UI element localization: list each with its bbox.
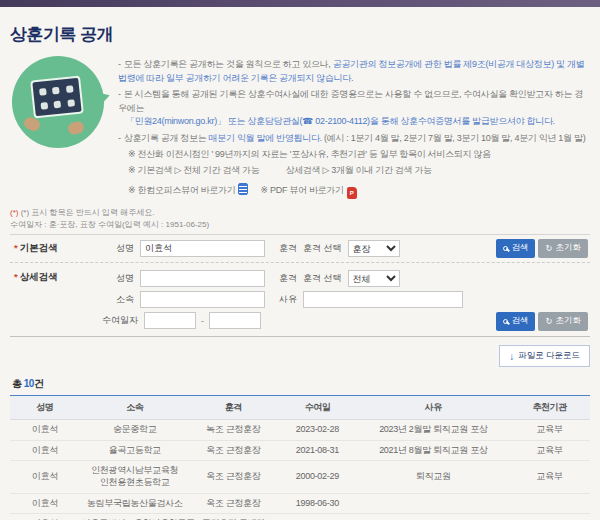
reason-input[interactable] — [303, 291, 463, 308]
cell-reason: 퇴직교원 — [358, 461, 509, 493]
download-button[interactable]: ↓ 파일로 다운로드 — [499, 345, 590, 367]
date-format-note: 수여일자 : 훈·포장, 표창 수여일(입력 예시 : 1951-06-25) — [10, 219, 590, 231]
cell-date: 1994-08-31 — [277, 514, 358, 520]
notice-text: 상훈기록 공개 정보는 — [124, 133, 209, 143]
tablet-graphic — [30, 75, 84, 118]
detail-search-label: *상세검색 — [10, 268, 102, 284]
column-header-agency: 추천기관 — [509, 396, 590, 420]
hwp-viewer-link[interactable]: ※ 한컴오피스뷰어 바로가기 — [128, 185, 258, 195]
download-row: ↓ 파일로 다운로드 — [10, 345, 590, 367]
basic-search-label: *기본검색 — [10, 242, 102, 255]
pdf-viewer-label: ※ PDF 뷰어 바로가기 — [261, 185, 344, 195]
refresh-icon: ↻ — [545, 316, 552, 326]
grade-label: 훈격 — [279, 242, 297, 255]
search-form: *기본검색 성명 훈격 훈격 선택 훈장 검색 ↻초기화 *상세검색 성명 훈격… — [10, 234, 590, 337]
search-icon — [503, 319, 508, 324]
cell-reason — [358, 514, 509, 520]
basic-grade-select[interactable]: 훈장 — [348, 240, 400, 257]
table-row: 이효석 숭문중학교 녹조 근정훈장 2023-02-28 2023년 2월말 퇴… — [10, 420, 590, 441]
viewer-links: ※ 한컴오피스뷰어 바로가기 ※ PDF 뷰어 바로가기P — [128, 183, 590, 199]
cell-org: 서울특별시교육청서울창동국교 — [80, 514, 190, 520]
column-header-reason: 사유 — [358, 396, 509, 420]
cell-date: 2023-02-28 — [277, 420, 358, 441]
column-header-org: 소속 — [80, 396, 190, 420]
detail-name-input[interactable] — [140, 270, 265, 287]
notice-text-blue: 매분기 익월 말에 반영됩니다. — [209, 133, 322, 143]
detail-search-row: *상세검색 성명 훈격 훈격 선택 전체 소속 사유 수여일자 — [10, 262, 590, 336]
grade-select-label: 훈격 선택 — [303, 272, 342, 285]
table-row: 이효석 농림부국립농산물검사소 옥조 근정훈장 1998-06-30 — [10, 493, 590, 514]
table-body: 이효석 숭문중학교 녹조 근정훈장 2023-02-28 2023년 2월말 퇴… — [10, 420, 590, 520]
cell-reason: 2021년 8월말 퇴직교원 포상 — [358, 440, 509, 461]
required-star-icon: * — [14, 271, 18, 282]
notice-text: 본 시스템을 통해 공개된 기록은 상훈수여사실에 대한 증명용으로는 사용할 … — [118, 89, 583, 113]
pdf-viewer-link[interactable]: ※ PDF 뷰어 바로가기P — [261, 185, 357, 195]
reset-button[interactable]: ↻초기화 — [538, 312, 588, 331]
detail-search-buttons: 검색 ↻초기화 — [496, 312, 588, 331]
table-row: 이효석 율곡고등학교 옥조 근정훈장 2021-08-31 2021년 8월말 … — [10, 440, 590, 461]
hwp-viewer-icon — [238, 183, 248, 195]
date-from-input[interactable] — [144, 312, 196, 329]
basic-search-row: *기본검색 성명 훈격 훈격 선택 훈장 검색 ↻초기화 — [10, 235, 590, 262]
column-header-date: 수여일 — [277, 396, 358, 420]
notice-item: -본 시스템을 통해 공개된 기록은 상훈수여사실에 대한 증명용으로는 사용할… — [118, 88, 590, 129]
required-star-icon: (*) — [10, 208, 18, 217]
basic-name-input[interactable] — [140, 240, 265, 257]
reset-button[interactable]: ↻초기화 — [538, 239, 588, 258]
table-row: 이효석 서울특별시교육청서울창동국교 국민훈장 동백장 1994-08-31 — [10, 514, 590, 520]
page-title: 상훈기록 공개 — [10, 23, 590, 46]
date-to-input[interactable] — [209, 312, 261, 329]
cell-org: 숭문중학교 — [80, 420, 190, 441]
reason-label: 사유 — [279, 293, 297, 306]
notice-text: 모든 상훈기록은 공개하는 것을 원칙으로 하고 있으나, — [124, 59, 333, 69]
cell-name: 이효석 — [10, 461, 80, 493]
cell-org: 농림부국립농산물검사소 — [80, 493, 190, 514]
search-button[interactable]: 검색 — [496, 239, 535, 258]
detail-grade-select[interactable]: 전체 — [348, 270, 400, 287]
cell-name: 이효석 — [10, 440, 80, 461]
cell-grade: 녹조 근정훈장 — [190, 420, 277, 441]
cell-agency — [509, 514, 590, 520]
cell-org: 인천광역시남부교육청 인천용현초등학교 — [80, 461, 190, 493]
cell-grade: 국민훈장 동백장 — [190, 514, 277, 520]
required-star-icon: * — [14, 242, 18, 253]
grade-select-label: 훈격 선택 — [303, 242, 342, 255]
notice-text-blue: 「민원24(minwon.go.kr)」 또는 상훈담당관실(☎ 02-2100… — [126, 116, 555, 126]
cell-grade: 옥조 근정훈장 — [190, 440, 277, 461]
hwp-viewer-label: ※ 한컴오피스뷰어 바로가기 — [128, 185, 235, 195]
cell-date: 1998-06-30 — [277, 493, 358, 514]
cell-reason — [358, 493, 509, 514]
top-accent-bar — [0, 0, 600, 7]
table-row: 이효석 인천광역시남부교육청 인천용현초등학교 옥조 근정훈장 2000-02-… — [10, 461, 590, 493]
cell-name: 이효석 — [10, 493, 80, 514]
notice-text: (예시 : 1분기 4월 말, 2분기 7월 말, 3분기 10월 말, 4분기… — [322, 133, 586, 143]
cell-agency: 교육부 — [509, 420, 590, 441]
notice-subnote: ※ 전산화 이전시점인 ' 99년까지의 자료는 '포상사유, 추천기관' 등 … — [128, 148, 590, 162]
column-header-name: 성명 — [10, 396, 80, 420]
table-header-row: 성명 소속 훈격 수여일 사유 추천기관 — [10, 396, 590, 420]
info-illustration — [10, 54, 106, 152]
basic-search-hint: ※ 기본검색 ▷ 전체 기간 검색 가능 — [128, 165, 259, 175]
download-label: 파일로 다운로드 — [518, 350, 580, 362]
cell-name: 이효석 — [10, 420, 80, 441]
award-date-label: 수여일자 — [102, 314, 138, 327]
notice-list: -모든 상훈기록은 공개하는 것을 원칙으로 하고 있으나, 공공기관의 정보공… — [106, 54, 590, 201]
cell-reason: 2023년 2월말 퇴직교원 포상 — [358, 420, 509, 441]
org-input[interactable] — [140, 291, 265, 308]
cell-agency — [509, 493, 590, 514]
result-count: 총 10건 — [10, 377, 590, 396]
cell-date: 2021-08-31 — [277, 440, 358, 461]
pdf-viewer-icon: P — [347, 187, 357, 199]
result-count-number: 10 — [24, 378, 34, 389]
required-note: (*) 표시 항목은 반드시 입력 해주세요. — [21, 208, 155, 217]
search-button[interactable]: 검색 — [496, 312, 535, 331]
cell-agency: 교육부 — [509, 440, 590, 461]
refresh-icon: ↻ — [545, 243, 552, 253]
name-label: 성명 — [116, 242, 134, 255]
notice-item: -모든 상훈기록은 공개하는 것을 원칙으로 하고 있으나, 공공기관의 정보공… — [118, 58, 590, 85]
name-label: 성명 — [116, 272, 134, 285]
cell-grade: 옥조 근정훈장 — [190, 461, 277, 493]
info-section: -모든 상훈기록은 공개하는 것을 원칙으로 하고 있으나, 공공기관의 정보공… — [10, 54, 590, 201]
cell-date: 2000-02-29 — [277, 461, 358, 493]
notice-item: -상훈기록 공개 정보는 매분기 익월 말에 반영됩니다. (예시 : 1분기 … — [118, 132, 590, 146]
